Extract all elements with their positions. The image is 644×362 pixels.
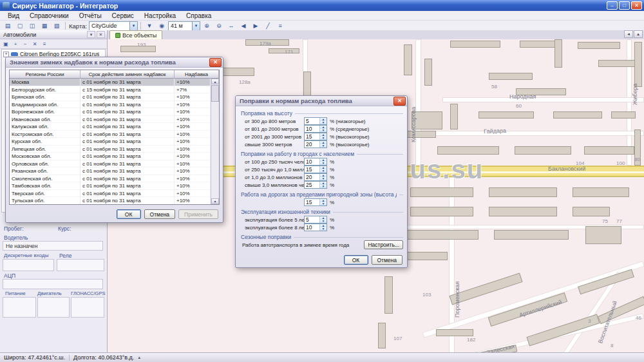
table-row[interactable]: Брянская обл.с 01 ноября по 31 марта+10%	[10, 93, 211, 101]
value-spinner[interactable]: 5▲▼	[304, 216, 327, 224]
spin-down-icon[interactable]: ▼	[320, 169, 327, 173]
table-row[interactable]: Ивановская обл.с 01 ноября по 31 марта+1…	[10, 116, 211, 124]
pan-icon[interactable]: ↔	[225, 21, 237, 31]
spin-down-icon[interactable]: ▼	[320, 227, 327, 231]
tab-all-objects[interactable]: Все объекты	[109, 30, 162, 39]
menu-item-0[interactable]: Вид	[3, 12, 24, 19]
spin-down-icon[interactable]: ▼	[320, 177, 327, 180]
zoom-out-icon[interactable]: ⊖	[213, 21, 225, 31]
table-row[interactable]: Костромская обл.с 01 ноября по 31 марта+…	[10, 131, 211, 138]
table-row[interactable]: Липецкая обл.с 01 ноября по 31 марта+10%	[10, 146, 211, 153]
table-row[interactable]: Рязанская обл.с 01 ноября по 31 марта+10…	[10, 167, 211, 175]
menu-item-4[interactable]: Настройка	[139, 12, 181, 19]
building	[489, 73, 533, 80]
longitude-value: 40.06243°в.д.	[98, 354, 134, 361]
table-row[interactable]: Белгородская обл.с 15 ноября по 31 марта…	[10, 86, 211, 94]
table-row[interactable]: Воронежская обл.с 01 ноября по 31 марта+…	[10, 108, 211, 116]
column-header[interactable]: Срок действия зимних надбавок	[80, 70, 175, 79]
menu-item-5[interactable]: Справка	[181, 12, 216, 19]
value-spinner[interactable]: 15▲▼	[304, 166, 327, 173]
value-spinner[interactable]: 15▲▼	[304, 133, 327, 140]
layers-icon[interactable]: ≡	[274, 21, 286, 31]
table-row[interactable]: Тамбовская обл.с 01 ноября по 31 марта+1…	[10, 182, 211, 190]
value-spinner[interactable]: 10▲▼	[304, 125, 327, 133]
ruler-icon[interactable]: ╱	[262, 21, 274, 31]
scroll-thumb[interactable]	[211, 85, 219, 102]
table-row[interactable]: Курская обл.с 01 ноября по 31 марта+10%	[10, 138, 211, 146]
spin-down-icon[interactable]: ▼	[320, 162, 327, 165]
table-row[interactable]: Москвас 01 ноября по 31 марта+10%	[10, 79, 211, 86]
maximize-button[interactable]: □	[619, 1, 630, 10]
table-row[interactable]: Тверская обл.с 01 ноября по 31 марта+10%	[10, 190, 211, 198]
collapse-left-icon[interactable]: ◂	[624, 30, 633, 38]
spin-down-icon[interactable]: ▼	[320, 220, 327, 223]
close-panel-icon[interactable]: ✕	[97, 31, 105, 38]
close-icon[interactable]: ✕	[209, 58, 222, 67]
spin-down-icon[interactable]: ▼	[320, 202, 327, 205]
remove-vehicle-icon[interactable]: −	[21, 40, 30, 48]
group-header-seasonal: Сезонные поправки	[241, 234, 403, 240]
correction-row: свыше 3,0 миллионов человек25▲▼%	[237, 181, 406, 189]
cancel-button[interactable]: Отмена	[144, 209, 176, 219]
table-row[interactable]: Тульская обл.с 01 ноября по 31 марта+10%	[10, 197, 211, 204]
collapse-up-icon[interactable]: ▴	[634, 30, 643, 38]
table-scrollbar[interactable]: ▴ ▾	[211, 79, 219, 204]
column-header[interactable]: Надбавка	[175, 70, 219, 79]
value-spinner[interactable]: 20▲▼	[304, 140, 327, 148]
scroll-down-icon[interactable]: ▾	[211, 198, 219, 204]
track-icon[interactable]: ◉	[156, 21, 167, 31]
cancel-button[interactable]: Отмена	[372, 255, 403, 265]
value-spinner[interactable]: 10▲▼	[304, 158, 327, 166]
map-pin-icon[interactable]: ▼	[144, 21, 155, 31]
spinner-value: 15	[305, 199, 319, 205]
close-icon[interactable]: ✕	[393, 97, 406, 106]
chart-icon[interactable]: ▧	[51, 21, 62, 31]
menu-item-2[interactable]: Отчёты	[74, 12, 107, 19]
close-button[interactable]: ✕	[631, 1, 642, 10]
monitor-icon[interactable]: ▢	[14, 21, 26, 31]
spin-down-icon[interactable]: ▼	[320, 144, 327, 148]
table-row[interactable]: Калужская обл.с 01 ноября по 31 марта+10…	[10, 123, 211, 131]
value-spinner[interactable]: 10▲▼	[304, 224, 327, 231]
spin-down-icon[interactable]: ▼	[320, 137, 327, 140]
delete-icon[interactable]: ✕	[30, 40, 39, 48]
ok-button[interactable]: ОК	[117, 209, 141, 219]
building	[478, 111, 534, 119]
column-header[interactable]: Регионы России	[10, 70, 80, 79]
pin-icon[interactable]: ▾	[87, 31, 95, 38]
statusbar-expander-icon[interactable]: ▴	[138, 355, 140, 360]
menu-item-1[interactable]: Справочники	[24, 12, 74, 19]
spin-down-icon[interactable]: ▼	[320, 129, 327, 132]
next-view-icon[interactable]: ▶	[250, 21, 261, 31]
engine-box	[37, 297, 70, 318]
spin-down-icon[interactable]: ▼	[320, 185, 327, 188]
building	[573, 187, 629, 197]
menu-item-3[interactable]: Сервис	[107, 12, 139, 19]
scroll-up-icon[interactable]: ▴	[211, 79, 219, 84]
building	[424, 59, 432, 86]
scale-combo[interactable]: 41 м ▾	[168, 21, 200, 31]
ok-button[interactable]: ОК	[344, 255, 368, 265]
spin-down-icon[interactable]: ▼	[320, 121, 327, 124]
value-spinner[interactable]: 20▲▼	[304, 173, 327, 181]
spinner-value: 25	[305, 182, 319, 188]
spinner-value: 5	[305, 216, 319, 223]
value-spinner[interactable]: 5▲▼	[304, 117, 327, 125]
zoom-in-icon[interactable]: ⊕	[201, 21, 213, 31]
add-vehicle-icon[interactable]: +	[11, 40, 20, 48]
printer-icon[interactable]: ▦	[39, 21, 50, 31]
minimize-button[interactable]: –	[607, 1, 618, 10]
configure-button[interactable]: Настроить...	[364, 240, 403, 249]
report-icon[interactable]: ▤	[2, 21, 14, 31]
screens-icon[interactable]: ◫	[26, 21, 38, 31]
map-combo[interactable]: CityGuide ▾	[89, 21, 138, 31]
table-row[interactable]: Орловская обл.с 01 ноября по 31 марта+10…	[10, 160, 211, 168]
prev-view-icon[interactable]: ◀	[238, 21, 249, 31]
car-icon[interactable]: ▣	[1, 40, 10, 48]
value-spinner[interactable]: 25▲▼	[304, 181, 327, 189]
table-row[interactable]: Владимирская обл.с 01 ноября по 31 марта…	[10, 101, 211, 109]
properties-icon[interactable]: ≡	[40, 40, 49, 48]
table-row[interactable]: Московская обл.с 01 ноября по 31 марта+1…	[10, 153, 211, 160]
table-row[interactable]: Смоленская обл.с 01 ноября по 31 марта+1…	[10, 175, 211, 183]
value-spinner[interactable]: 15▲▼	[304, 198, 327, 206]
